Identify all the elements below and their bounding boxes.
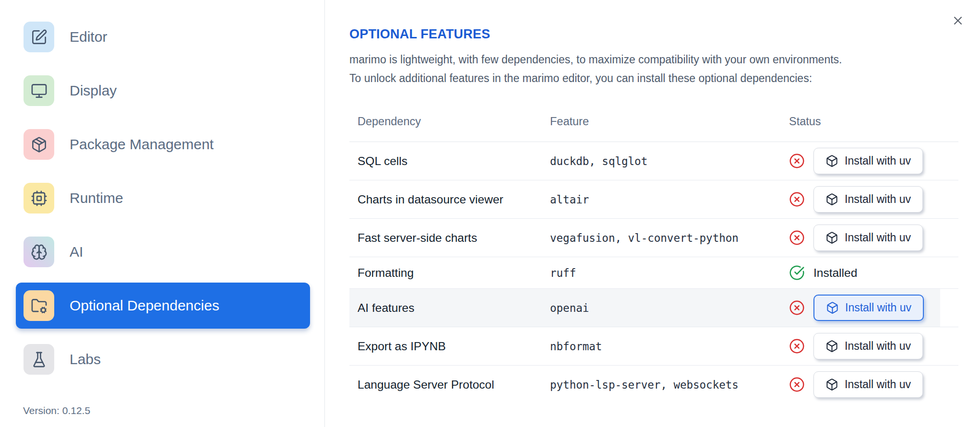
close-icon (951, 14, 965, 27)
circle-x-icon (789, 377, 805, 392)
flask-icon (24, 344, 54, 375)
sidebar-item-label: Editor (70, 29, 107, 45)
box-icon (825, 193, 838, 206)
circle-x-icon (789, 153, 805, 169)
package-icon (24, 129, 54, 160)
dependency-cell: Charts in datasource viewer (349, 193, 550, 206)
table-row-export-as-ipynb: Export as IPYNB nbformat Install with uv (349, 327, 958, 366)
install-with-uv-button[interactable]: Install with uv (813, 295, 924, 321)
dependency-cell: Formatting (349, 266, 550, 280)
dependency-cell: SQL cells (349, 154, 550, 168)
box-icon (826, 301, 839, 314)
sidebar-item-package-management[interactable]: Package Management (16, 121, 310, 167)
sidebar-item-label: Runtime (70, 190, 123, 206)
feature-cell: vegafusion, vl-convert-python (550, 232, 789, 244)
circle-x-icon (789, 230, 805, 246)
sidebar-item-label: Labs (70, 351, 101, 368)
circle-x-icon (789, 300, 805, 316)
dependency-cell: AI features (349, 301, 550, 315)
table-row-fast-server-side-charts: Fast server-side charts vegafusion, vl-c… (349, 219, 958, 257)
install-with-uv-button[interactable]: Install with uv (813, 148, 923, 174)
box-icon (825, 340, 838, 353)
folder-cog-icon (24, 290, 54, 321)
install-button-label: Install with uv (845, 193, 911, 206)
circle-x-icon (789, 191, 805, 207)
sidebar-item-ai[interactable]: AI (16, 229, 310, 275)
table-row-formatting: Formatting ruff Installed (349, 257, 958, 289)
sidebar-item-display[interactable]: Display (16, 68, 310, 114)
feature-cell: python-lsp-server, websockets (550, 379, 789, 391)
circle-check-icon (789, 265, 805, 281)
dependencies-table: Dependency Feature Status SQL cells duck… (349, 104, 958, 403)
dependency-cell: Language Server Protocol (349, 378, 550, 391)
box-icon (825, 231, 838, 244)
installed-status-label: Installed (813, 266, 857, 280)
install-button-label: Install with uv (845, 378, 911, 391)
feature-cell: duckdb, sqlglot (550, 155, 789, 167)
install-button-label: Install with uv (845, 231, 911, 244)
monitor-icon (24, 75, 54, 106)
feature-cell: openai (550, 302, 789, 314)
sidebar-item-label: AI (70, 244, 83, 260)
panel-description: marimo is lightweight, with few dependen… (349, 50, 958, 88)
install-with-uv-button[interactable]: Install with uv (813, 333, 923, 359)
dependency-cell: Export as IPYNB (349, 340, 550, 353)
feature-cell: ruff (550, 267, 789, 279)
install-button-label: Install with uv (845, 154, 911, 167)
status-cell: Install with uv (789, 289, 958, 327)
sidebar-item-label: Optional Dependencies (70, 297, 219, 314)
status-cell: Install with uv (789, 327, 958, 365)
settings-dialog: Editor Display Package Management Runtim… (0, 0, 980, 427)
sidebar-item-optional-dependencies[interactable]: Optional Dependencies (16, 283, 310, 329)
dependency-cell: Fast server-side charts (349, 231, 550, 245)
table-row-sql-cells: SQL cells duckdb, sqlglot Install with u… (349, 142, 958, 180)
column-header-status: Status (789, 104, 958, 142)
status-cell: Install with uv (789, 142, 958, 180)
brain-icon (24, 237, 54, 267)
sidebar-item-editor[interactable]: Editor (16, 14, 310, 60)
box-icon (825, 154, 838, 167)
feature-cell: nbformat (550, 340, 789, 353)
table-header-row: Dependency Feature Status (349, 104, 958, 142)
column-header-dependency: Dependency (349, 104, 550, 142)
install-with-uv-button[interactable]: Install with uv (813, 371, 923, 398)
status-cell: Install with uv (789, 366, 958, 403)
circle-x-icon (789, 338, 805, 354)
box-icon (825, 378, 838, 391)
sidebar-item-label: Display (70, 83, 117, 99)
table-row-language-server-protocol: Language Server Protocol python-lsp-serv… (349, 366, 958, 403)
close-button[interactable] (948, 12, 968, 31)
version-label: Version: 0.12.5 (23, 405, 90, 416)
settings-sidebar: Editor Display Package Management Runtim… (0, 0, 325, 427)
install-with-uv-button[interactable]: Install with uv (813, 225, 923, 251)
sidebar-item-label: Package Management (70, 136, 214, 153)
optional-features-panel: OPTIONAL FEATURES marimo is lightweight,… (325, 0, 980, 427)
sidebar-item-runtime[interactable]: Runtime (16, 175, 310, 221)
description-line-1: marimo is lightweight, with few dependen… (349, 50, 958, 69)
page-title: OPTIONAL FEATURES (349, 27, 958, 42)
status-cell: Install with uv (789, 180, 958, 218)
feature-cell: altair (550, 193, 789, 206)
square-pen-icon (24, 22, 54, 52)
description-line-2: To unlock additional features in the mar… (349, 69, 958, 88)
status-cell: Installed (789, 259, 958, 286)
install-button-label: Install with uv (845, 340, 911, 353)
column-header-feature: Feature (550, 104, 789, 142)
table-row-charts-in-datasource-viewer: Charts in datasource viewer altair Insta… (349, 180, 958, 219)
sidebar-nav: Editor Display Package Management Runtim… (0, 14, 324, 382)
cpu-icon (24, 183, 54, 214)
install-with-uv-button[interactable]: Install with uv (813, 186, 923, 213)
table-row-ai-features: AI features openai Install with uv (349, 289, 958, 327)
install-button-label: Install with uv (845, 301, 911, 314)
sidebar-item-labs[interactable]: Labs (16, 336, 310, 382)
table-body: SQL cells duckdb, sqlglot Install with u… (349, 142, 958, 403)
status-cell: Install with uv (789, 219, 958, 257)
